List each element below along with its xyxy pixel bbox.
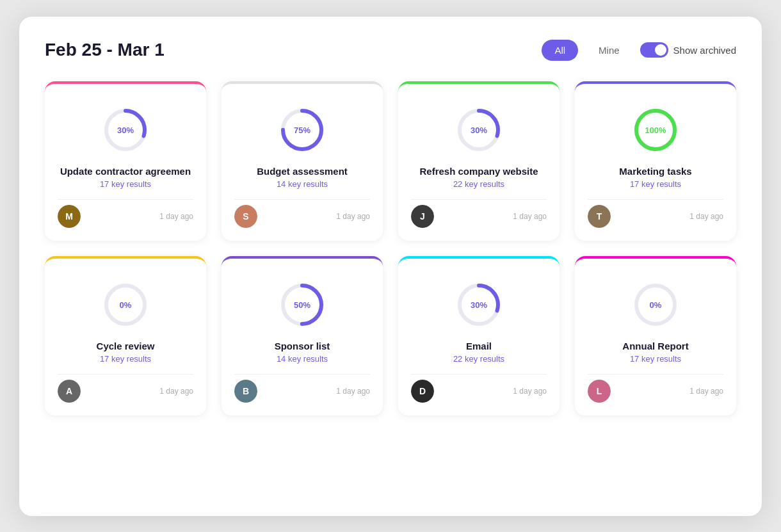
- avatar: D: [411, 380, 434, 403]
- card-title: Cycle review: [97, 341, 155, 351]
- card-inner: 50% Sponsor list 14 key results: [234, 274, 370, 374]
- progress-ring: 75%: [277, 104, 328, 156]
- card-title: Budget assessment: [257, 166, 348, 177]
- progress-ring: 50%: [277, 279, 328, 330]
- card-title: Update contractor agreemen: [60, 166, 191, 177]
- progress-ring: 0%: [100, 279, 151, 330]
- card-key-results[interactable]: 17 key results: [100, 354, 151, 364]
- card-footer: J 1 day ago: [411, 199, 547, 228]
- card-key-results[interactable]: 14 key results: [277, 354, 328, 364]
- card-footer: B 1 day ago: [234, 374, 370, 403]
- card-inner: 75% Budget assessment 14 key results: [234, 99, 370, 199]
- card-item[interactable]: 0% Annual Report 17 key results L 1 day …: [575, 256, 736, 415]
- card-title: Email: [466, 341, 492, 351]
- card-title: Annual Report: [622, 341, 688, 351]
- card-key-results[interactable]: 22 key results: [453, 354, 504, 364]
- card-footer: T 1 day ago: [588, 199, 723, 228]
- show-archived-label: Show archived: [673, 45, 736, 56]
- card-inner: 0% Cycle review 17 key results: [58, 274, 193, 374]
- card-footer: L 1 day ago: [588, 374, 723, 403]
- avatar: A: [58, 380, 81, 403]
- cards-grid: 30% Update contractor agreemen 17 key re…: [45, 81, 736, 415]
- avatar: M: [58, 205, 81, 228]
- card-footer: D 1 day ago: [411, 374, 547, 403]
- time-ago: 1 day ago: [513, 387, 547, 396]
- card-title: Refresh company website: [419, 166, 538, 177]
- card-item[interactable]: 75% Budget assessment 14 key results S 1…: [221, 81, 383, 241]
- svg-text:A: A: [66, 386, 72, 396]
- time-ago: 1 day ago: [689, 212, 723, 221]
- progress-ring: 30%: [453, 104, 504, 156]
- card-key-results[interactable]: 17 key results: [100, 179, 151, 189]
- header: Feb 25 - Mar 1 All Mine Show archived: [45, 40, 736, 61]
- card-item[interactable]: 0% Cycle review 17 key results A 1 day a…: [45, 256, 206, 415]
- filter-all-button[interactable]: All: [542, 40, 578, 61]
- svg-text:J: J: [420, 211, 425, 222]
- card-title: Sponsor list: [275, 341, 330, 351]
- app-container: Feb 25 - Mar 1 All Mine Show archived 30…: [19, 17, 762, 516]
- progress-ring: 100%: [630, 104, 681, 156]
- header-controls: All Mine Show archived: [542, 40, 736, 61]
- time-ago: 1 day ago: [159, 212, 193, 221]
- card-item[interactable]: 30% Email 22 key results D 1 day ago: [398, 256, 560, 415]
- time-ago: 1 day ago: [159, 387, 193, 396]
- svg-text:L: L: [597, 386, 602, 396]
- card-key-results[interactable]: 22 key results: [453, 179, 504, 189]
- svg-text:50%: 50%: [294, 300, 310, 310]
- svg-text:T: T: [597, 211, 602, 222]
- card-item[interactable]: 50% Sponsor list 14 key results B 1 day …: [221, 256, 383, 415]
- card-title: Marketing tasks: [619, 166, 691, 177]
- svg-text:D: D: [419, 386, 426, 396]
- card-key-results[interactable]: 17 key results: [630, 354, 681, 364]
- card-footer: M 1 day ago: [58, 199, 193, 228]
- svg-text:30%: 30%: [471, 300, 487, 310]
- time-ago: 1 day ago: [336, 212, 370, 221]
- card-item[interactable]: 30% Update contractor agreemen 17 key re…: [45, 81, 206, 241]
- svg-text:100%: 100%: [645, 125, 666, 135]
- card-inner: 30% Email 22 key results: [411, 274, 547, 374]
- card-inner: 100% Marketing tasks 17 key results: [588, 99, 723, 199]
- svg-text:B: B: [243, 386, 249, 396]
- svg-text:0%: 0%: [650, 300, 662, 310]
- card-item[interactable]: 100% Marketing tasks 17 key results T 1 …: [575, 81, 736, 241]
- card-inner: 30% Update contractor agreemen 17 key re…: [58, 99, 193, 199]
- progress-ring: 0%: [630, 279, 681, 330]
- progress-ring: 30%: [453, 279, 504, 330]
- time-ago: 1 day ago: [336, 387, 370, 396]
- avatar: B: [234, 380, 257, 403]
- svg-text:30%: 30%: [117, 125, 134, 135]
- card-item[interactable]: 30% Refresh company website 22 key resul…: [398, 81, 560, 241]
- time-ago: 1 day ago: [689, 387, 723, 396]
- avatar: T: [588, 205, 611, 228]
- avatar: J: [411, 205, 434, 228]
- show-archived-toggle-container: Show archived: [640, 42, 736, 58]
- page-title: Feb 25 - Mar 1: [45, 40, 165, 60]
- card-footer: A 1 day ago: [58, 374, 193, 403]
- card-inner: 30% Refresh company website 22 key resul…: [411, 99, 547, 199]
- show-archived-toggle[interactable]: [640, 42, 668, 58]
- avatar: L: [588, 380, 611, 403]
- avatar: S: [234, 205, 257, 228]
- time-ago: 1 day ago: [513, 212, 547, 221]
- svg-text:75%: 75%: [294, 125, 310, 135]
- card-inner: 0% Annual Report 17 key results: [588, 274, 723, 374]
- svg-text:30%: 30%: [471, 125, 487, 135]
- card-footer: S 1 day ago: [234, 199, 370, 228]
- svg-text:S: S: [243, 211, 248, 222]
- card-key-results[interactable]: 17 key results: [630, 179, 681, 189]
- card-key-results[interactable]: 14 key results: [277, 179, 328, 189]
- svg-text:M: M: [65, 211, 73, 222]
- filter-mine-button[interactable]: Mine: [586, 40, 632, 61]
- svg-text:0%: 0%: [120, 300, 132, 310]
- progress-ring: 30%: [100, 104, 151, 156]
